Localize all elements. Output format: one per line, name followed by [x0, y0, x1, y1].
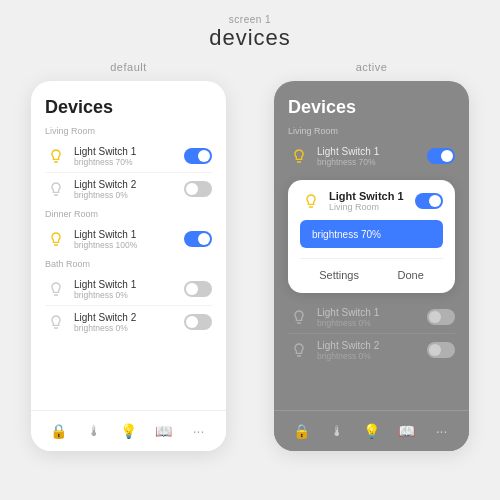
active-screen-col: active Devices Living Room Light Switch — [259, 61, 484, 451]
bulb-icon — [45, 178, 67, 200]
nav-more-icon[interactable]: ··· — [430, 419, 454, 443]
default-label: default — [110, 61, 147, 73]
device-brightness: brightness 0% — [317, 351, 427, 361]
nav-lock-icon[interactable]: 🔒 — [290, 419, 314, 443]
toggle-br1[interactable] — [184, 281, 212, 297]
device-row: Light Switch 1 brightness 70% — [45, 140, 212, 173]
toggle-ab2[interactable] — [427, 342, 455, 358]
nav-book-icon[interactable]: 📖 — [152, 419, 176, 443]
device-brightness: brightness 0% — [74, 323, 184, 333]
device-info: Light Switch 2 brightness 0% — [74, 312, 184, 333]
nav-temp-icon[interactable]: 🌡 — [82, 419, 106, 443]
section-label-br: Bath Room — [45, 259, 212, 269]
toggle-popup[interactable] — [415, 193, 443, 209]
device-brightness: brightness 70% — [317, 157, 427, 167]
device-info: Light Switch 1 brightness 70% — [74, 146, 184, 167]
device-info: Light Switch 1 brightness 100% — [74, 229, 184, 250]
device-name: Light Switch 1 — [317, 307, 427, 318]
active-phone-content: Devices Living Room Light Switch 1 brigh… — [274, 81, 469, 410]
settings-button[interactable]: Settings — [307, 267, 371, 283]
default-bottom-nav: 🔒 🌡 💡 📖 ··· — [31, 410, 226, 451]
section-label-lr: Living Room — [45, 126, 212, 136]
active-devices-title: Devices — [288, 97, 455, 118]
device-row: Light Switch 2 brightness 0% — [45, 173, 212, 205]
nav-book-icon[interactable]: 📖 — [395, 419, 419, 443]
toggle-active-top[interactable] — [427, 148, 455, 164]
device-brightness: brightness 0% — [317, 318, 427, 328]
screen-label: screen 1 — [209, 14, 291, 25]
active-section-label: Living Room — [288, 126, 455, 136]
nav-lock-icon[interactable]: 🔒 — [47, 419, 71, 443]
nav-bulb-icon[interactable]: 💡 — [360, 419, 384, 443]
popup-device-info: Light Switch 1 Living Room — [329, 190, 415, 212]
active-section-top: Living Room Light Switch 1 brightness 70… — [288, 126, 455, 172]
device-row: Light Switch 2 brightness 0% — [288, 334, 455, 366]
popup-bulb-icon — [300, 190, 322, 212]
screens-row: default Devices Living Room Light Switch — [0, 61, 500, 451]
device-info: Light Switch 1 brightness 70% — [317, 146, 427, 167]
device-info: Light Switch 2 brightness 0% — [317, 340, 427, 361]
bulb-icon — [45, 145, 67, 167]
device-brightness: brightness 70% — [74, 157, 184, 167]
bulb-icon — [288, 145, 310, 167]
popup-brightness-bar: brightness 70% — [300, 220, 443, 248]
popup-card: Light Switch 1 Living Room brightness 70… — [288, 180, 455, 293]
bulb-icon — [288, 306, 310, 328]
toggle-lr1[interactable] — [184, 148, 212, 164]
device-row: Light Switch 1 brightness 100% — [45, 223, 212, 255]
toggle-ab1[interactable] — [427, 309, 455, 325]
page-header: screen 1 devices — [209, 14, 291, 51]
device-name: Light Switch 1 — [74, 146, 184, 157]
section-dinner-room: Dinner Room Light Switch 1 brightness 10… — [45, 209, 212, 255]
device-name: Light Switch 2 — [317, 340, 427, 351]
default-phone: Devices Living Room Light Switch 1 brigh… — [31, 81, 226, 451]
device-brightness: brightness 0% — [74, 290, 184, 300]
device-name: Light Switch 1 — [74, 279, 184, 290]
section-living-room: Living Room Light Switch 1 brightness 70… — [45, 126, 212, 205]
default-screen-col: default Devices Living Room Light Switch — [16, 61, 241, 451]
active-label: active — [356, 61, 388, 73]
device-row: Light Switch 1 brightness 0% — [288, 301, 455, 334]
device-row: Light Switch 2 brightness 0% — [45, 306, 212, 338]
active-phone: Devices Living Room Light Switch 1 brigh… — [274, 81, 469, 451]
default-phone-content: Devices Living Room Light Switch 1 brigh… — [31, 81, 226, 410]
popup-header: Light Switch 1 Living Room — [300, 190, 443, 212]
device-info: Light Switch 1 brightness 0% — [317, 307, 427, 328]
device-info: Light Switch 2 brightness 0% — [74, 179, 184, 200]
nav-more-icon[interactable]: ··· — [187, 419, 211, 443]
bulb-icon — [45, 228, 67, 250]
device-name: Light Switch 1 — [317, 146, 427, 157]
bulb-icon — [45, 278, 67, 300]
device-brightness: brightness 100% — [74, 240, 184, 250]
nav-bulb-icon[interactable]: 💡 — [117, 419, 141, 443]
popup-actions: Settings Done — [300, 258, 443, 283]
device-name: Light Switch 1 — [74, 229, 184, 240]
active-bottom-nav: 🔒 🌡 💡 📖 ··· — [274, 410, 469, 451]
popup-location: Living Room — [329, 202, 415, 212]
toggle-br2[interactable] — [184, 314, 212, 330]
device-info: Light Switch 1 brightness 0% — [74, 279, 184, 300]
device-name: Light Switch 2 — [74, 312, 184, 323]
device-brightness: brightness 0% — [74, 190, 184, 200]
bulb-icon — [45, 311, 67, 333]
section-bath-room: Bath Room Light Switch 1 brightness 0% — [45, 259, 212, 338]
popup-device-name: Light Switch 1 — [329, 190, 415, 202]
done-button[interactable]: Done — [385, 267, 435, 283]
active-top-device-row: Light Switch 1 brightness 70% — [288, 140, 455, 172]
nav-temp-icon[interactable]: 🌡 — [325, 419, 349, 443]
default-devices-title: Devices — [45, 97, 212, 118]
toggle-lr2[interactable] — [184, 181, 212, 197]
popup-brightness-text: brightness 70% — [312, 229, 381, 240]
device-name: Light Switch 2 — [74, 179, 184, 190]
device-row: Light Switch 1 brightness 0% — [45, 273, 212, 306]
section-label-dr: Dinner Room — [45, 209, 212, 219]
bulb-icon — [288, 339, 310, 361]
active-bottom-devices: Light Switch 1 brightness 0% Light Swi — [288, 301, 455, 366]
toggle-dr1[interactable] — [184, 231, 212, 247]
page-title: devices — [209, 25, 291, 51]
